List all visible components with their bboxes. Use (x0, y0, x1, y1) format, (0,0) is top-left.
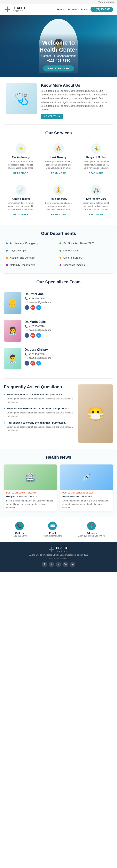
nav-home[interactable]: Home (57, 8, 64, 11)
faq-question[interactable]: What are some examples of permitted end … (4, 407, 74, 410)
team-list: 👴 Dr. Peter Joe 📞 +123 456 7890 ✉️ examp… (4, 289, 113, 373)
service-desc: Lorem ipsum dolor sit amet, consectetur … (43, 202, 73, 211)
facebook-button[interactable]: f (25, 305, 29, 310)
facebook-footer-button[interactable]: f (42, 562, 47, 567)
twitter-footer-button[interactable]: t (49, 562, 54, 567)
email-icon: ✉️ (25, 356, 28, 359)
services-section: Our Services ⚡ Electrotherapy Lorem ipsu… (0, 125, 117, 225)
youtube-footer-button[interactable]: ▶ (70, 562, 75, 567)
dept-label: Maternity Departments (10, 264, 35, 267)
faq-question[interactable]: Am I allowed to modify the item that I p… (4, 421, 74, 424)
know-more-image: 🩺 (6, 83, 37, 114)
service-desc: Lorem ipsum dolor sit amet, consectetur … (6, 160, 36, 169)
service-title: Range of Motion (81, 156, 111, 159)
register-button[interactable]: REGISTER NOW (43, 65, 74, 71)
dept-item: Ear Nose And Throat (ENT) (59, 241, 111, 246)
news-title[interactable]: Hospital Infectious Waste (6, 495, 55, 498)
news-image: 💉 (60, 464, 113, 490)
dept-item: Physiotherapy (6, 248, 58, 253)
dept-indicator (59, 257, 61, 259)
service-read-more[interactable]: READ MORE (13, 213, 28, 216)
contact-label: Email (43, 532, 62, 535)
news-card: 💉 POSTED ON FEBRUARY 18, 2020 Blood Pres… (60, 464, 113, 511)
googleplus-footer-button[interactable]: G+ (63, 562, 68, 567)
facebook-button[interactable]: f (25, 333, 29, 338)
contact-value: examp@gmail.com (43, 535, 62, 537)
footer-logo-sub: CENTER (56, 550, 68, 552)
team-phone: 📞 +123 456 7890 (25, 297, 51, 300)
svg-rect-3 (49, 549, 54, 550)
faq-title: Frequently Asked Questions (4, 384, 74, 390)
know-more-section: 🩺 Know More About Us Lorem ipsum dolor s… (0, 77, 117, 124)
dept-indicator (6, 257, 8, 259)
phone-icon: 📞 (25, 353, 28, 355)
faq-item: What are some examples of permitted end … (4, 407, 74, 418)
logo-icon (4, 6, 11, 13)
service-desc: Lorem ipsum dolor sit amet, consectetur … (43, 160, 73, 169)
know-more-contact-button[interactable]: CONTACT US (41, 114, 63, 119)
googleplus-button[interactable]: G+ (30, 333, 35, 338)
logo-sub: CENTER (12, 10, 25, 12)
faq-item: Am I allowed to modify the item that I p… (4, 421, 74, 432)
footer-copy: © All Rights Reserved (4, 558, 113, 560)
service-card: 🔥 Heat Therapy Lorem ipsum dolor sit ame… (41, 140, 75, 178)
service-title: Physiotherapy (43, 197, 73, 200)
dept-item: General Surgery (59, 255, 111, 260)
footer-social: ftinG+▶ (4, 562, 113, 567)
facebook-button[interactable]: f (25, 361, 29, 366)
googleplus-button[interactable]: G+ (30, 305, 35, 310)
service-read-more[interactable]: READ MORE (13, 172, 28, 174)
logo-text: HEALTH CENTER (12, 6, 25, 12)
dept-label: Ear Nose And Throat (ENT) (63, 242, 94, 245)
news-section: Health News 🏥 POSTED ON JANUARY 18, 2020… (0, 449, 117, 517)
team-title: Our Specialized Team (4, 279, 113, 284)
service-title: Heat Therapy (43, 156, 73, 159)
departments-section: Our Departments Accident And Emergency E… (0, 225, 117, 273)
nav-team[interactable]: Team (81, 8, 87, 11)
news-body: POSTED ON FEBRUARY 18, 2020 Blood Pressu… (60, 490, 113, 511)
service-icon: 🧘 (53, 185, 64, 195)
know-more-text: Lorem ipsum dolor sit amet, consectetur … (41, 89, 111, 112)
team-social: f G+ t (25, 333, 51, 338)
nav-services[interactable]: Services (67, 8, 77, 11)
news-text: Lorem ipsum dolor sit amet elit. Duis ve… (6, 499, 55, 509)
twitter-button[interactable]: t (36, 361, 41, 366)
twitter-button[interactable]: t (36, 305, 41, 310)
hero-phone: +123 456 7890 (8, 59, 109, 63)
service-read-more[interactable]: READ MORE (89, 172, 104, 174)
faq-content: Frequently Asked Questions What do you m… (4, 384, 74, 443)
news-card: 🏥 POSTED ON JANUARY 18, 2020 Hospital In… (4, 464, 57, 511)
team-photo: 👩‍⚕️ (4, 320, 22, 342)
hero-content: Welcome to Health Center Contact Us For … (0, 33, 117, 77)
service-read-more[interactable]: READ MORE (51, 172, 66, 174)
team-email: ✉️ example@gmail.com (25, 329, 51, 332)
twitter-button[interactable]: t (36, 333, 41, 338)
news-title[interactable]: Blood Pressure Machine (62, 495, 111, 498)
footer: HEALTH CENTER 56, Big Building Abboord S… (0, 541, 117, 572)
contact-icon: 📞 (15, 522, 24, 530)
dept-item: Nutrition and Dietetics (6, 255, 58, 260)
team-email: ✉️ example@gmail.com (25, 301, 51, 304)
dept-label: Accident And Emergency (10, 242, 38, 245)
dept-item: Orthopaedics (59, 248, 111, 253)
service-desc: Lorem ipsum dolor sit amet, consectetur … (81, 202, 111, 211)
dept-indicator (6, 264, 8, 266)
faq-answer: Lorem ipsum dolor sit amet, consectetur … (4, 411, 74, 418)
view-in-browser-link[interactable]: View In Browser (98, 1, 114, 3)
linkedin-footer-button[interactable]: in (56, 562, 61, 567)
dept-indicator (59, 243, 61, 244)
hero-title: Welcome to Health Center (8, 39, 109, 53)
team-phone: 📞 +123 456 7890 (25, 353, 51, 355)
service-read-more[interactable]: READ MORE (89, 213, 104, 216)
dept-indicator (6, 243, 8, 244)
nav-phone[interactable]: +1(22) 456 7890 (90, 7, 113, 12)
news-image: 🏥 (4, 464, 57, 490)
service-read-more[interactable]: READ MORE (51, 213, 66, 216)
faq-answer: Lorem ipsum dolor sit amet, consectetur … (4, 425, 74, 432)
contact-strip: 📞 Call Us +123-456-7890 ✉️ Email examp@g… (0, 517, 117, 541)
service-icon: 🚑 (91, 185, 101, 195)
contact-item: 📞 Call Us +123-456-7890 (12, 522, 27, 537)
faq-question[interactable]: What do you mean by item and end product… (4, 393, 74, 396)
googleplus-button[interactable]: G+ (30, 361, 35, 366)
team-card: 👴 Dr. Peter Joe 📞 +123 456 7890 ✉️ examp… (4, 289, 113, 317)
